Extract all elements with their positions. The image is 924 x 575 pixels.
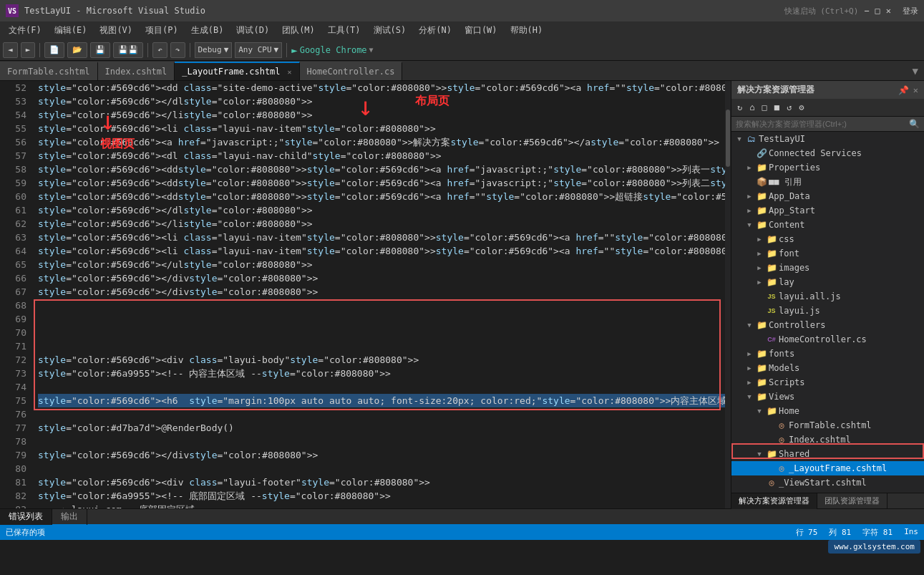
sidebar-collapse-btn[interactable]: ■ bbox=[772, 101, 782, 114]
bottom-tab-output[interactable]: 输出 bbox=[52, 509, 87, 525]
menu-team[interactable]: 团队(M) bbox=[276, 23, 321, 38]
tree-item[interactable]: ▶📁font bbox=[731, 246, 924, 261]
menu-file[interactable]: 文件(F) bbox=[3, 23, 47, 38]
sidebar-search-input[interactable] bbox=[736, 120, 909, 128]
code-line[interactable]: style="color:#569cd6"></dlstyle="color:#… bbox=[38, 203, 731, 217]
code-line[interactable]: style="color:#569cd6"><li class="layui-n… bbox=[38, 244, 731, 258]
tree-item[interactable]: ▶📁Properties bbox=[731, 160, 924, 175]
tree-item[interactable]: ▶📁css bbox=[731, 232, 924, 246]
tree-item[interactable]: JSlayui.all.js bbox=[731, 289, 924, 304]
code-content[interactable]: style="color:#569cd6"><dd class="site-de… bbox=[32, 81, 731, 508]
tab-layoutframe-close[interactable]: ✕ bbox=[288, 68, 292, 76]
quick-launch-search[interactable]: 快速启动 (Ctrl+Q) bbox=[784, 6, 859, 16]
menu-debug[interactable]: 调试(D) bbox=[230, 23, 275, 38]
tree-item[interactable]: ◎_ViewStart.cshtml bbox=[731, 475, 924, 490]
tab-homecontroller[interactable]: HomeController.cs bbox=[300, 62, 403, 80]
code-line[interactable]: style="color:#569cd6"><ddstyle="color:#8… bbox=[38, 176, 731, 190]
code-line[interactable]: style="color:#6a9955"><!-- 内容主体区域 --styl… bbox=[38, 367, 731, 380]
tree-item[interactable]: ▶📁lay bbox=[731, 275, 924, 289]
tree-item[interactable]: ◎FormTable.cshtml bbox=[731, 418, 924, 433]
sidebar-close-btn[interactable]: ✕ bbox=[913, 85, 918, 95]
code-line[interactable]: style="color:#6a9955"><!-- 底部固定区域 --styl… bbox=[38, 489, 731, 503]
tree-item[interactable]: ▼📁Controllers bbox=[731, 318, 924, 332]
tree-expand-btn[interactable]: ▶ bbox=[754, 277, 764, 287]
code-line[interactable]: style="color:#569cd6"><li class="layui-n… bbox=[38, 231, 731, 244]
code-line[interactable]: style="color:#569cd6"></divstyle="color:… bbox=[38, 271, 731, 285]
minimize-btn[interactable]: − bbox=[864, 6, 869, 16]
code-line[interactable]: style="color:#569cd6"><dd class="site-de… bbox=[38, 81, 731, 95]
code-line[interactable]: style="color:#569cd6"></listyle="color:#… bbox=[38, 217, 731, 231]
tree-item[interactable]: ▶📁Scripts bbox=[731, 375, 924, 390]
tree-expand-btn[interactable] bbox=[754, 478, 764, 488]
menu-test[interactable]: 测试(S) bbox=[368, 23, 412, 38]
sidebar-tab-solution[interactable]: 解决方案资源管理器 bbox=[731, 493, 817, 509]
tree-item[interactable]: ◎_LayoutFrame.cshtml bbox=[731, 461, 924, 475]
tree-item[interactable]: ▶📁images bbox=[731, 261, 924, 275]
tree-item[interactable]: ▼📁Shared bbox=[731, 447, 924, 461]
code-line[interactable]: style="color:#569cd6"><div class="layui-… bbox=[38, 353, 731, 367]
code-line[interactable] bbox=[38, 380, 731, 394]
code-line[interactable]: style="color:#569cd6"><ddstyle="color:#8… bbox=[38, 163, 731, 176]
tree-expand-btn[interactable] bbox=[744, 148, 754, 158]
tree-expand-btn[interactable]: ▶ bbox=[744, 163, 754, 173]
toolbar-undo-btn[interactable]: ↶ bbox=[152, 42, 167, 58]
code-line[interactable]: style="color:#d7ba7d">@RenderBody() bbox=[38, 421, 731, 435]
code-line[interactable]: style="color:#569cd6"></listyle="color:#… bbox=[38, 108, 731, 122]
menu-build[interactable]: 生成(B) bbox=[185, 23, 230, 38]
code-line[interactable]: style="color:#569cd6"><li class="layui-n… bbox=[38, 122, 731, 135]
code-line[interactable] bbox=[38, 326, 731, 339]
code-line[interactable]: ☆ layui.com - 底部固定区域 bbox=[38, 503, 731, 508]
menu-help[interactable]: 帮助(H) bbox=[505, 23, 549, 38]
tree-expand-btn[interactable] bbox=[754, 334, 764, 344]
tree-expand-btn[interactable] bbox=[744, 492, 754, 493]
tree-item[interactable]: ⚙Web.config bbox=[731, 490, 924, 493]
tree-expand-btn[interactable] bbox=[744, 177, 754, 187]
tree-item[interactable]: ▶📁App_Start bbox=[731, 203, 924, 218]
editor-scrollbar[interactable] bbox=[725, 81, 731, 508]
code-line[interactable]: style="color:#569cd6"><a href="javascrip… bbox=[38, 135, 731, 149]
tree-expand-btn[interactable]: ▶ bbox=[754, 234, 764, 244]
sidebar-refresh-btn[interactable]: ↺ bbox=[784, 101, 794, 114]
run-button[interactable]: ► Google Chrome ▼ bbox=[291, 44, 373, 56]
tree-item[interactable]: ▶📁fonts bbox=[731, 347, 924, 361]
tree-item[interactable]: JSlayui.js bbox=[731, 304, 924, 318]
code-line[interactable]: style="color:#569cd6"><h6 style="margin:… bbox=[38, 394, 731, 407]
tree-expand-btn[interactable] bbox=[754, 291, 764, 301]
login-label[interactable]: 登录 bbox=[903, 6, 918, 16]
sidebar-filter-btn[interactable]: □ bbox=[759, 101, 769, 114]
tab-formtable[interactable]: FormTable.cshtml bbox=[0, 62, 98, 80]
tree-expand-btn[interactable]: ▶ bbox=[744, 363, 754, 373]
menu-edit[interactable]: 编辑(E) bbox=[49, 23, 93, 38]
tree-expand-btn[interactable]: ▶ bbox=[744, 349, 754, 359]
toolbar-save-btn[interactable]: 💾 bbox=[90, 42, 110, 58]
tree-expand-btn[interactable]: ▼ bbox=[754, 406, 764, 416]
tree-item[interactable]: C#HomeController.cs bbox=[731, 332, 924, 347]
sidebar-settings-btn[interactable]: ⚙ bbox=[796, 101, 807, 114]
sidebar-home-btn[interactable]: ⌂ bbox=[747, 101, 757, 114]
toolbar-redo-btn[interactable]: ↷ bbox=[170, 42, 185, 58]
code-line[interactable] bbox=[38, 407, 731, 421]
code-line[interactable]: style="color:#569cd6"></divstyle="color:… bbox=[38, 448, 731, 462]
debug-mode-dropdown[interactable]: Debug ▼ bbox=[195, 42, 233, 58]
tree-expand-btn[interactable]: ▶ bbox=[754, 263, 764, 273]
code-line[interactable] bbox=[38, 462, 731, 475]
code-line[interactable]: style="color:#569cd6"></ulstyle="color:#… bbox=[38, 258, 731, 271]
tree-expand-btn[interactable] bbox=[754, 306, 764, 316]
maximize-btn[interactable]: □ bbox=[875, 6, 880, 16]
menu-tools[interactable]: 工具(T) bbox=[322, 23, 366, 38]
menu-project[interactable]: 项目(P) bbox=[140, 23, 184, 38]
tree-item[interactable]: ▼📁Home bbox=[731, 404, 924, 418]
tree-item[interactable]: ▼📁Views bbox=[731, 390, 924, 404]
tree-item[interactable]: 📦■■ 引用 bbox=[731, 175, 924, 189]
platform-dropdown[interactable]: Any CPU ▼ bbox=[235, 42, 282, 58]
tree-expand-btn[interactable]: ▼ bbox=[744, 320, 754, 330]
code-line[interactable]: style="color:#569cd6"><dl class="layui-n… bbox=[38, 149, 731, 163]
tabs-overflow-btn[interactable]: ▼ bbox=[907, 65, 924, 77]
toolbar-open-btn[interactable]: 📂 bbox=[67, 42, 87, 58]
tree-expand-btn[interactable]: ▼ bbox=[734, 134, 744, 144]
tab-layoutframe[interactable]: _LayoutFrame.cshtml ✕ bbox=[175, 62, 299, 80]
tree-expand-btn[interactable]: ▶ bbox=[754, 248, 764, 258]
toolbar-new-btn[interactable]: 📄 bbox=[44, 42, 64, 58]
tree-item[interactable]: ▼📁Content bbox=[731, 218, 924, 232]
menu-view[interactable]: 视图(V) bbox=[94, 23, 138, 38]
